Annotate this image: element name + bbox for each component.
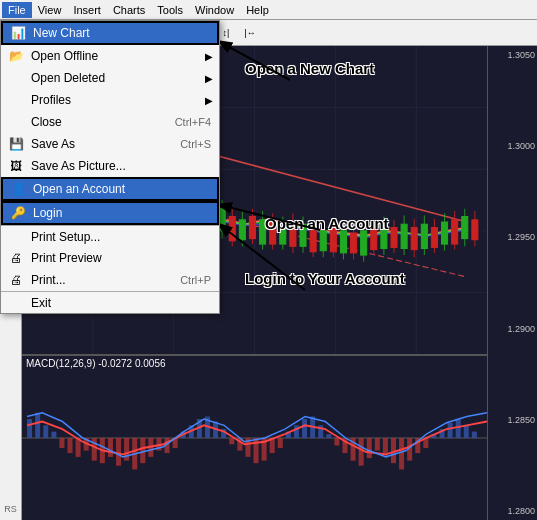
svg-rect-108 [59, 438, 64, 448]
arrow-icon: ▶ [205, 51, 213, 62]
price-label-5: 1.2850 [490, 415, 535, 425]
annot-new-chart: Open a New Chart [245, 60, 374, 77]
svg-rect-118 [140, 438, 145, 463]
svg-rect-138 [302, 419, 307, 438]
price-label-6: 1.2800 [490, 506, 535, 516]
toolbar-b7[interactable]: |↔ [239, 22, 261, 44]
save-icon: 💾 [7, 135, 25, 153]
svg-rect-114 [108, 438, 113, 457]
macd-label: MACD(12,26,9) -0.0272 0.0056 [26, 358, 166, 369]
svg-rect-156 [448, 423, 453, 438]
macd-chart [22, 356, 487, 520]
menu-file[interactable]: File [2, 2, 32, 18]
menu-bar: File View Insert Charts Tools Window Hel… [0, 0, 537, 20]
chart-icon: 📊 [9, 24, 27, 42]
svg-rect-106 [43, 425, 48, 438]
menu-insert[interactable]: Insert [67, 2, 107, 18]
savepic-icon: 🖼 [7, 157, 25, 175]
menu-tools[interactable]: Tools [151, 2, 189, 18]
price-label-4: 1.2900 [490, 324, 535, 334]
close-shortcut: Ctrl+F4 [175, 116, 211, 128]
svg-rect-145 [359, 438, 364, 466]
svg-rect-129 [229, 438, 234, 444]
menu-window[interactable]: Window [189, 2, 240, 18]
print2-icon: 🖨 [7, 271, 25, 289]
svg-rect-142 [334, 438, 339, 446]
annot-open-account: Open an Account [265, 215, 389, 232]
menu-close[interactable]: Close Ctrl+F4 [1, 111, 219, 133]
file-dropdown-menu: 📊 New Chart 📂 Open Offline ▶ Open Delete… [0, 20, 220, 314]
saveas-shortcut: Ctrl+S [180, 138, 211, 150]
arrow-icon: ▶ [205, 95, 213, 106]
svg-rect-104 [27, 419, 32, 438]
menu-open-account[interactable]: 👤 Open an Account [1, 177, 219, 201]
svg-rect-107 [51, 432, 56, 438]
arrow-icon: ▶ [205, 73, 213, 84]
svg-rect-116 [124, 438, 129, 461]
rs-label: RS [4, 504, 17, 518]
svg-rect-135 [278, 438, 283, 448]
svg-rect-141 [326, 434, 331, 438]
menu-open-offline[interactable]: 📂 Open Offline ▶ [1, 45, 219, 67]
menu-print-setup[interactable]: Print Setup... [1, 225, 219, 247]
print-icon: 🖨 [7, 249, 25, 267]
svg-rect-137 [294, 425, 299, 438]
svg-rect-148 [383, 438, 388, 456]
key-icon: 🔑 [9, 204, 27, 222]
menu-login[interactable]: 🔑 Login [1, 201, 219, 225]
macd-area: MACD(12,26,9) -0.0272 0.0056 [22, 354, 487, 520]
svg-rect-109 [67, 438, 72, 453]
print-shortcut: Ctrl+P [180, 274, 211, 286]
menu-open-deleted[interactable]: Open Deleted ▶ [1, 67, 219, 89]
svg-rect-147 [375, 438, 380, 451]
svg-rect-146 [367, 438, 372, 458]
menu-save-as-picture[interactable]: 🖼 Save As Picture... [1, 155, 219, 177]
menu-save-as[interactable]: 💾 Save As Ctrl+S [1, 133, 219, 155]
menu-profiles[interactable]: Profiles ▶ [1, 89, 219, 111]
menu-view[interactable]: View [32, 2, 68, 18]
price-axis: 1.3050 1.3000 1.2950 1.2900 1.2850 1.280… [487, 46, 537, 520]
menu-help[interactable]: Help [240, 2, 275, 18]
menu-exit[interactable]: Exit [1, 291, 219, 313]
svg-rect-105 [35, 413, 40, 438]
svg-rect-150 [399, 438, 404, 470]
annot-login: Login to Your Account [245, 270, 405, 287]
menu-new-chart[interactable]: 📊 New Chart [1, 21, 219, 45]
svg-rect-158 [464, 425, 469, 438]
price-label-2: 1.3000 [490, 141, 535, 151]
folder-icon: 📂 [7, 47, 25, 65]
menu-print-preview[interactable]: 🖨 Print Preview [1, 247, 219, 269]
svg-rect-157 [456, 419, 461, 438]
svg-rect-159 [472, 432, 477, 438]
svg-rect-112 [92, 438, 97, 461]
menu-print[interactable]: 🖨 Print... Ctrl+P [1, 269, 219, 291]
price-label-3: 1.2950 [490, 232, 535, 242]
price-label-1: 1.3050 [490, 50, 535, 60]
svg-rect-115 [116, 438, 121, 466]
menu-charts[interactable]: Charts [107, 2, 151, 18]
person-icon: 👤 [9, 180, 27, 198]
